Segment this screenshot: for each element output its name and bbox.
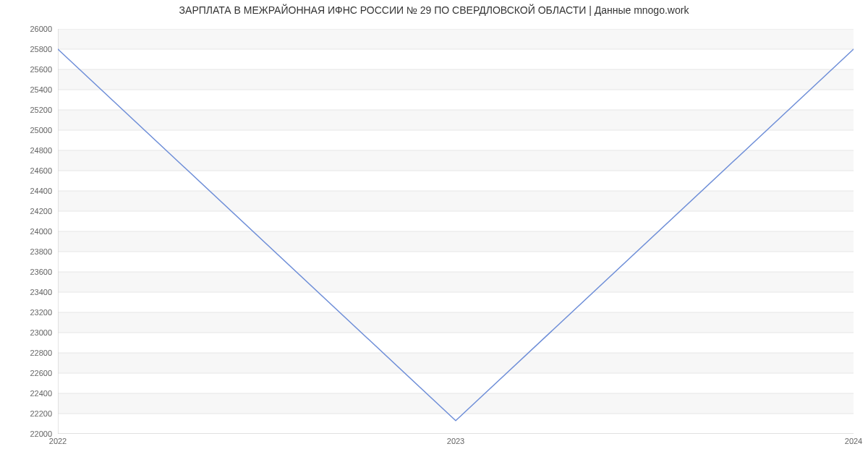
y-tick-label: 22600 — [9, 369, 52, 377]
y-tick-label: 25800 — [9, 45, 52, 54]
grid-band — [58, 272, 854, 292]
y-tick-label: 23200 — [9, 308, 52, 317]
y-tick-label: 24800 — [9, 146, 52, 155]
y-tick-label: 23000 — [9, 328, 52, 337]
grid-band — [58, 393, 854, 414]
grid-band — [58, 231, 854, 252]
y-tick-label: 23800 — [9, 247, 52, 256]
y-tick-label: 22400 — [9, 389, 52, 398]
x-tick-label: 2024 — [845, 437, 862, 445]
y-tick-label: 24400 — [9, 187, 52, 195]
y-tick-label: 24600 — [9, 166, 52, 175]
x-tick-label: 2023 — [447, 437, 464, 445]
y-tick-label: 23600 — [9, 268, 52, 276]
chart-container: ЗАРПЛАТА В МЕЖРАЙОННАЯ ИФНС РОССИИ № 29 … — [0, 0, 868, 470]
y-tick-label: 25400 — [9, 85, 52, 94]
y-tick-label: 25000 — [9, 126, 52, 134]
grid-band — [58, 69, 854, 90]
grid-band — [58, 29, 854, 49]
y-tick-label: 26000 — [9, 25, 52, 33]
y-tick-label: 24000 — [9, 227, 52, 236]
y-tick-label: 23400 — [9, 288, 52, 296]
grid-band — [58, 312, 854, 333]
plot-area — [58, 29, 854, 434]
y-tick-label: 22800 — [9, 349, 52, 357]
y-tick-label: 24200 — [9, 207, 52, 215]
x-tick-label: 2022 — [49, 437, 67, 445]
y-tick-label: 22200 — [9, 409, 52, 418]
y-tick-label: 25600 — [9, 65, 52, 74]
y-tick-label: 22000 — [9, 430, 52, 438]
chart-svg — [58, 29, 854, 434]
chart-title: ЗАРПЛАТА В МЕЖРАЙОННАЯ ИФНС РОССИИ № 29 … — [0, 4, 868, 16]
grid-band — [58, 353, 854, 373]
y-tick-label: 25200 — [9, 106, 52, 114]
grid-band — [58, 191, 854, 211]
grid-band — [58, 110, 854, 130]
